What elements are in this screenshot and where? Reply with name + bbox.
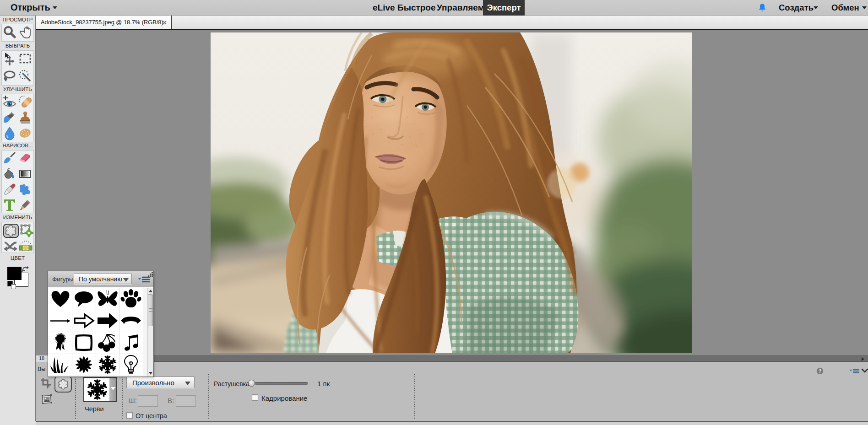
svg-text:?: ? — [819, 368, 822, 374]
